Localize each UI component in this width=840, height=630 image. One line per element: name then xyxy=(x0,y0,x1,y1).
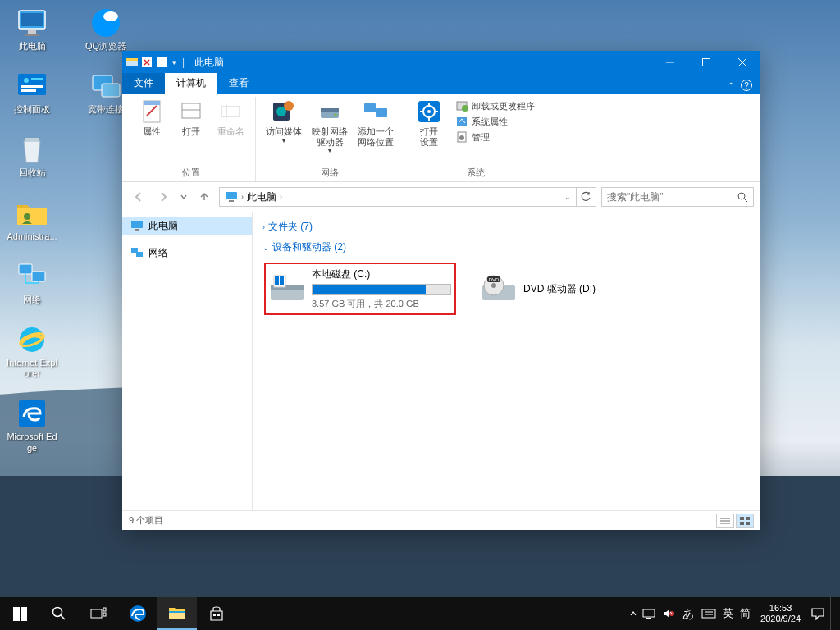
svg-line-56 xyxy=(744,199,747,202)
capacity-bar xyxy=(312,284,451,295)
svg-rect-67 xyxy=(280,281,284,285)
sidebar-item-network[interactable]: 网络 xyxy=(122,244,252,262)
ribbon-add-netloc[interactable]: 添加一个 网络位置 xyxy=(354,97,397,148)
desktop-icons: 此电脑 QQ浏览器 控制面板 宽带连接 回收站 Administra... xyxy=(0,0,138,460)
tray-keyboard-icon[interactable] xyxy=(701,609,716,619)
svg-point-49 xyxy=(462,105,468,112)
tray-ime-lang[interactable]: 英 xyxy=(723,606,733,621)
taskbar-explorer[interactable] xyxy=(158,597,197,630)
edge-icon xyxy=(128,604,148,623)
dialup-icon xyxy=(90,72,121,100)
desktop-icon-qq-browser[interactable]: QQ浏览器 xyxy=(79,7,133,52)
properties-icon xyxy=(140,99,163,124)
desktop-icon-ie[interactable]: Internet Explorer xyxy=(5,323,59,379)
svg-rect-83 xyxy=(21,614,27,621)
desktop-icon-network[interactable]: 网络 xyxy=(5,260,59,305)
search-icon[interactable] xyxy=(737,191,748,203)
tab-file[interactable]: 文件 xyxy=(122,73,165,94)
taskbar-search[interactable] xyxy=(39,597,79,630)
map-drive-icon xyxy=(317,100,342,123)
ribbon-manage[interactable]: 管理 xyxy=(454,130,536,144)
address-dropdown-icon[interactable]: ⌄ xyxy=(559,190,576,203)
taskbar-edge[interactable] xyxy=(118,597,158,630)
ribbon-open-settings[interactable]: 打开 设置 xyxy=(411,97,447,148)
drive-c[interactable]: 本地磁盘 (C:) 3.57 GB 可用，共 20.0 GB xyxy=(264,262,456,315)
nav-history-button[interactable] xyxy=(178,187,189,207)
ribbon-map-drive[interactable]: 映射网络 驱动器 ▾ xyxy=(308,97,351,156)
qat-properties-icon[interactable] xyxy=(155,56,168,69)
show-desktop-button[interactable] xyxy=(830,597,835,630)
hdd-icon xyxy=(269,274,305,304)
minimize-button[interactable] xyxy=(652,51,688,74)
tray-ime-mode[interactable]: 简 xyxy=(740,606,751,621)
ribbon-uninstall[interactable]: 卸载或更改程序 xyxy=(454,98,536,113)
ribbon-collapse-icon[interactable]: ⌃ xyxy=(728,81,734,90)
qq-browser-icon xyxy=(89,7,122,39)
address-bar[interactable]: › 此电脑 › ⌄ xyxy=(219,187,596,207)
view-tiles-button[interactable] xyxy=(736,514,754,528)
qat-pin-icon[interactable] xyxy=(140,56,153,69)
svg-point-14 xyxy=(24,213,30,220)
start-button[interactable] xyxy=(0,597,39,630)
breadcrumb-root[interactable]: 此电脑 xyxy=(244,190,280,204)
tray-ime-mode-icon[interactable]: あ xyxy=(682,607,695,620)
ribbon-group-location: 属性 打开 重命名 位置 xyxy=(127,97,256,181)
titlebar[interactable]: ▾ | 此电脑 xyxy=(122,51,760,74)
content-pane[interactable]: ›文件夹 (7) ⌄设备和驱动器 (2) 本地磁盘 (C:) 3.57 GB 可… xyxy=(253,212,760,510)
category-folders[interactable]: ›文件夹 (7) xyxy=(261,217,752,237)
tab-view[interactable]: 查看 xyxy=(217,73,260,94)
tray-network-icon[interactable] xyxy=(642,608,655,619)
refresh-button[interactable] xyxy=(576,188,594,206)
sidebar-item-this-pc[interactable]: 此电脑 xyxy=(122,217,252,235)
rename-icon xyxy=(219,100,242,123)
svg-rect-15 xyxy=(19,264,32,274)
nav-up-button[interactable] xyxy=(194,187,214,207)
taskbar-taskview[interactable] xyxy=(79,597,118,630)
status-item-count: 9 个项目 xyxy=(129,514,163,527)
view-details-button[interactable] xyxy=(716,514,734,528)
ribbon-access-media[interactable]: 访问媒体 ▾ xyxy=(262,97,305,146)
svg-rect-58 xyxy=(135,229,139,231)
nav-forward-button[interactable] xyxy=(153,187,173,207)
maximize-button[interactable] xyxy=(688,51,724,74)
desktop-icon-recycle-bin[interactable]: 回收站 xyxy=(5,133,59,178)
svg-rect-53 xyxy=(226,192,237,199)
ribbon-group-label: 网络 xyxy=(321,164,339,181)
tab-computer[interactable]: 计算机 xyxy=(165,73,217,94)
drive-subtitle: 3.57 GB 可用，共 20.0 GB xyxy=(312,298,451,310)
taskbar-store[interactable] xyxy=(197,597,236,630)
tray-overflow-icon[interactable] xyxy=(629,609,637,618)
category-drives[interactable]: ⌄设备和驱动器 (2) xyxy=(261,237,752,258)
close-button[interactable] xyxy=(724,51,760,74)
action-center-icon[interactable] xyxy=(810,607,825,620)
desktop-icon-this-pc[interactable]: 此电脑 xyxy=(5,7,59,52)
svg-rect-21 xyxy=(126,58,138,61)
drive-d[interactable]: DVD DVD 驱动器 (D:) xyxy=(476,262,600,315)
svg-rect-98 xyxy=(702,609,715,618)
qat-dropdown-icon[interactable]: ▾ xyxy=(170,58,179,66)
desktop-icon-edge[interactable]: Microsoft Edge xyxy=(5,397,59,453)
desktop-icon-admin-folder[interactable]: Administra... xyxy=(5,197,59,242)
ribbon-properties[interactable]: 属性 xyxy=(134,97,170,139)
svg-point-5 xyxy=(103,11,118,21)
svg-rect-39 xyxy=(364,103,376,112)
desktop-icon-control-panel[interactable]: 控制面板 xyxy=(5,70,59,115)
desktop-icon-label: Microsoft Edge xyxy=(5,431,59,453)
ribbon-group-label: 位置 xyxy=(182,164,200,181)
nav-pane: 此电脑 网络 xyxy=(122,212,253,510)
svg-text:あ: あ xyxy=(682,607,694,620)
svg-rect-37 xyxy=(321,108,339,112)
help-icon[interactable]: ? xyxy=(741,80,752,91)
search-input[interactable] xyxy=(607,191,737,203)
tray-volume-icon[interactable] xyxy=(662,608,675,619)
ribbon-sys-props[interactable]: 系统属性 xyxy=(454,114,536,129)
taskbar-clock[interactable]: 16:53 2020/9/24 xyxy=(756,603,806,623)
search-box[interactable] xyxy=(601,187,754,207)
svg-rect-93 xyxy=(643,609,655,617)
nav-back-button[interactable] xyxy=(129,187,148,207)
ie-icon xyxy=(16,323,48,356)
svg-point-43 xyxy=(427,110,431,113)
ribbon-open[interactable]: 打开 xyxy=(173,97,209,139)
drive-name: 本地磁盘 (C:) xyxy=(312,267,451,281)
svg-rect-91 xyxy=(213,614,216,616)
